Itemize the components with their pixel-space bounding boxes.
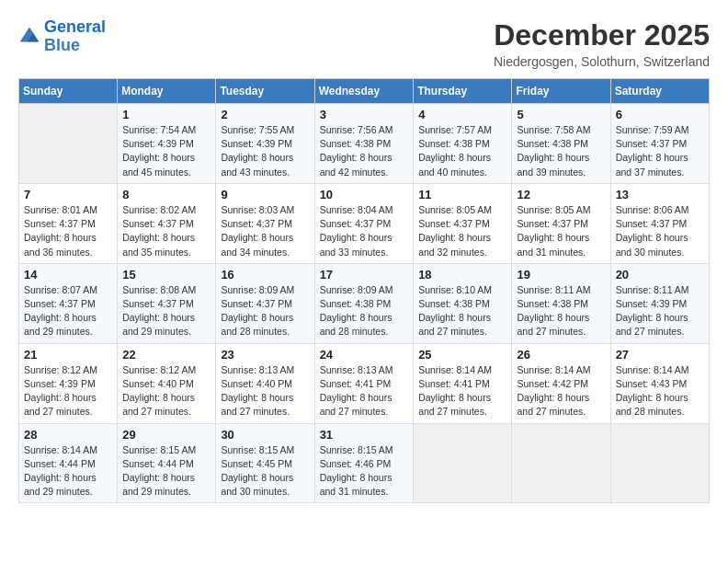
day-number: 8	[122, 188, 210, 201]
calendar-cell: 24Sunrise: 8:13 AMSunset: 4:41 PMDayligh…	[314, 343, 414, 423]
col-header-thursday: Thursday	[414, 79, 512, 104]
page-header: General Blue December 2025 Niedergosgen,…	[18, 18, 710, 69]
day-number: 31	[320, 428, 409, 442]
day-number: 7	[24, 188, 112, 201]
col-header-monday: Monday	[118, 79, 216, 104]
calendar-cell: 26Sunrise: 8:14 AMSunset: 4:42 PMDayligh…	[512, 343, 610, 423]
calendar-cell: 16Sunrise: 8:09 AMSunset: 4:37 PMDayligh…	[216, 263, 314, 343]
calendar-cell: 20Sunrise: 8:11 AMSunset: 4:39 PMDayligh…	[610, 263, 709, 343]
calendar-cell: 23Sunrise: 8:13 AMSunset: 4:40 PMDayligh…	[216, 343, 314, 423]
day-info: Sunrise: 8:12 AMSunset: 4:40 PMDaylight:…	[122, 363, 210, 419]
day-info: Sunrise: 8:04 AMSunset: 4:37 PMDaylight:…	[320, 203, 409, 259]
calendar-cell	[414, 423, 512, 503]
day-info: Sunrise: 8:10 AMSunset: 4:38 PMDaylight:…	[418, 283, 506, 339]
calendar-cell: 2Sunrise: 7:55 AMSunset: 4:39 PMDaylight…	[216, 104, 314, 184]
day-info: Sunrise: 7:54 AMSunset: 4:39 PMDaylight:…	[122, 123, 210, 179]
calendar-cell	[19, 104, 118, 184]
day-info: Sunrise: 8:13 AMSunset: 4:41 PMDaylight:…	[320, 363, 409, 419]
calendar-cell: 15Sunrise: 8:08 AMSunset: 4:37 PMDayligh…	[118, 263, 216, 343]
day-number: 3	[320, 108, 409, 121]
day-number: 11	[418, 188, 506, 201]
day-info: Sunrise: 8:09 AMSunset: 4:37 PMDaylight:…	[221, 283, 309, 339]
day-number: 19	[517, 268, 605, 282]
calendar-cell: 13Sunrise: 8:06 AMSunset: 4:37 PMDayligh…	[610, 183, 709, 263]
day-info: Sunrise: 8:14 AMSunset: 4:42 PMDaylight:…	[517, 363, 605, 419]
day-number: 24	[320, 348, 409, 362]
day-info: Sunrise: 8:12 AMSunset: 4:39 PMDaylight:…	[24, 363, 112, 419]
calendar-week-row: 21Sunrise: 8:12 AMSunset: 4:39 PMDayligh…	[19, 343, 710, 423]
calendar-cell: 28Sunrise: 8:14 AMSunset: 4:44 PMDayligh…	[19, 423, 118, 503]
day-info: Sunrise: 8:14 AMSunset: 4:41 PMDaylight:…	[418, 363, 506, 419]
day-info: Sunrise: 8:03 AMSunset: 4:37 PMDaylight:…	[221, 203, 309, 259]
day-info: Sunrise: 8:07 AMSunset: 4:37 PMDaylight:…	[24, 283, 112, 339]
day-number: 20	[616, 268, 704, 282]
day-number: 21	[24, 348, 112, 362]
month-title: December 2025	[494, 18, 710, 52]
calendar-week-row: 28Sunrise: 8:14 AMSunset: 4:44 PMDayligh…	[19, 423, 710, 503]
col-header-sunday: Sunday	[19, 79, 118, 104]
day-info: Sunrise: 8:14 AMSunset: 4:44 PMDaylight:…	[24, 443, 112, 500]
calendar-week-row: 1Sunrise: 7:54 AMSunset: 4:39 PMDaylight…	[19, 104, 710, 184]
calendar-cell: 5Sunrise: 7:58 AMSunset: 4:38 PMDaylight…	[512, 104, 610, 184]
day-info: Sunrise: 8:01 AMSunset: 4:37 PMDaylight:…	[24, 203, 112, 259]
calendar-cell: 21Sunrise: 8:12 AMSunset: 4:39 PMDayligh…	[19, 343, 118, 423]
day-number: 15	[122, 268, 210, 282]
day-number: 2	[221, 108, 309, 121]
calendar-cell: 6Sunrise: 7:59 AMSunset: 4:37 PMDaylight…	[610, 104, 709, 184]
calendar-header-row: SundayMondayTuesdayWednesdayThursdayFrid…	[19, 79, 710, 104]
day-info: Sunrise: 8:08 AMSunset: 4:37 PMDaylight:…	[122, 283, 210, 339]
day-number: 26	[517, 348, 605, 362]
day-info: Sunrise: 8:14 AMSunset: 4:43 PMDaylight:…	[616, 363, 704, 419]
day-info: Sunrise: 8:11 AMSunset: 4:38 PMDaylight:…	[517, 283, 605, 339]
calendar-cell: 25Sunrise: 8:14 AMSunset: 4:41 PMDayligh…	[414, 343, 512, 423]
logo-text: General Blue	[44, 18, 106, 55]
calendar-cell	[512, 423, 610, 503]
calendar-week-row: 14Sunrise: 8:07 AMSunset: 4:37 PMDayligh…	[19, 263, 710, 343]
day-info: Sunrise: 7:55 AMSunset: 4:39 PMDaylight:…	[221, 123, 309, 179]
logo: General Blue	[18, 18, 106, 55]
calendar-cell: 12Sunrise: 8:05 AMSunset: 4:37 PMDayligh…	[512, 183, 610, 263]
day-info: Sunrise: 8:09 AMSunset: 4:38 PMDaylight:…	[320, 283, 409, 339]
calendar-table: SundayMondayTuesdayWednesdayThursdayFrid…	[18, 78, 710, 503]
col-header-tuesday: Tuesday	[216, 79, 314, 104]
day-info: Sunrise: 8:02 AMSunset: 4:37 PMDaylight:…	[122, 203, 210, 259]
calendar-cell: 3Sunrise: 7:56 AMSunset: 4:38 PMDaylight…	[314, 104, 414, 184]
day-number: 1	[122, 108, 210, 121]
day-number: 10	[320, 188, 409, 201]
calendar-cell: 8Sunrise: 8:02 AMSunset: 4:37 PMDaylight…	[118, 183, 216, 263]
day-number: 9	[221, 188, 309, 201]
calendar-cell	[610, 423, 709, 503]
day-number: 22	[122, 348, 210, 362]
calendar-cell: 29Sunrise: 8:15 AMSunset: 4:44 PMDayligh…	[118, 423, 216, 503]
day-info: Sunrise: 7:57 AMSunset: 4:38 PMDaylight:…	[418, 123, 506, 179]
day-info: Sunrise: 8:05 AMSunset: 4:37 PMDaylight:…	[418, 203, 506, 259]
day-number: 25	[418, 348, 506, 362]
day-number: 4	[418, 108, 506, 121]
calendar-cell: 10Sunrise: 8:04 AMSunset: 4:37 PMDayligh…	[314, 183, 414, 263]
calendar-cell: 27Sunrise: 8:14 AMSunset: 4:43 PMDayligh…	[610, 343, 709, 423]
calendar-cell: 11Sunrise: 8:05 AMSunset: 4:37 PMDayligh…	[414, 183, 512, 263]
title-area: December 2025 Niedergosgen, Solothurn, S…	[494, 18, 710, 69]
day-info: Sunrise: 8:13 AMSunset: 4:40 PMDaylight:…	[221, 363, 309, 419]
day-number: 30	[221, 428, 309, 442]
day-info: Sunrise: 8:15 AMSunset: 4:45 PMDaylight:…	[221, 443, 309, 500]
day-info: Sunrise: 7:56 AMSunset: 4:38 PMDaylight:…	[320, 123, 409, 179]
logo-icon	[18, 26, 40, 48]
day-number: 5	[517, 108, 605, 121]
calendar-week-row: 7Sunrise: 8:01 AMSunset: 4:37 PMDaylight…	[19, 183, 710, 263]
calendar-cell: 19Sunrise: 8:11 AMSunset: 4:38 PMDayligh…	[512, 263, 610, 343]
calendar-cell: 14Sunrise: 8:07 AMSunset: 4:37 PMDayligh…	[19, 263, 118, 343]
col-header-friday: Friday	[512, 79, 610, 104]
day-number: 28	[24, 428, 112, 442]
location: Niedergosgen, Solothurn, Switzerland	[494, 54, 710, 69]
calendar-cell: 9Sunrise: 8:03 AMSunset: 4:37 PMDaylight…	[216, 183, 314, 263]
day-number: 18	[418, 268, 506, 282]
col-header-saturday: Saturday	[610, 79, 709, 104]
day-info: Sunrise: 8:11 AMSunset: 4:39 PMDaylight:…	[616, 283, 704, 339]
day-number: 6	[616, 108, 704, 121]
day-number: 29	[122, 428, 210, 442]
day-info: Sunrise: 8:15 AMSunset: 4:44 PMDaylight:…	[122, 443, 210, 500]
calendar-cell: 7Sunrise: 8:01 AMSunset: 4:37 PMDaylight…	[19, 183, 118, 263]
day-number: 13	[616, 188, 704, 201]
day-info: Sunrise: 8:05 AMSunset: 4:37 PMDaylight:…	[517, 203, 605, 259]
